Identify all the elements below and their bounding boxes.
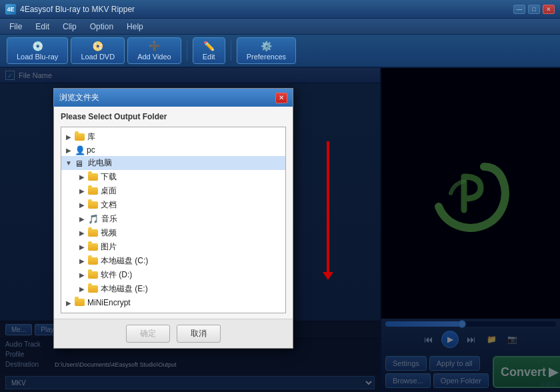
preferences-icon: ⚙️	[261, 41, 272, 51]
disk-icon-d	[88, 270, 98, 281]
preferences-label: Preferences	[247, 53, 286, 61]
tree-label-pc: pc	[87, 145, 95, 155]
title-bar: 4E 4Easysof Blu-ray to MKV Ripper — □ ✕	[0, 0, 560, 19]
dialog-confirm-button[interactable]: 确定	[126, 325, 170, 343]
tree-item-video[interactable]: ▶ 视频	[61, 226, 285, 240]
folder-icon-miniencrypt	[75, 297, 85, 308]
tree-arrow-music: ▶	[77, 215, 87, 224]
load-dvd-button[interactable]: 📀 Load DVD	[71, 37, 125, 64]
add-video-icon: ➕	[149, 41, 160, 51]
tree-arrow-pc: ▶	[64, 145, 73, 155]
tree-arrow-desktop: ▶	[77, 187, 87, 196]
tree-label-pictures: 图片	[101, 241, 117, 253]
dialog-prompt: Please Select Output Folder	[61, 112, 286, 121]
browse-folder-dialog: 浏览文件夹 ✕ Please Select Output Folder ▶ 库	[53, 88, 293, 349]
title-bar-controls: — □ ✕	[513, 5, 555, 14]
menu-edit[interactable]: Edit	[29, 21, 56, 33]
computer-icon: 🖥	[75, 159, 85, 168]
red-arrow-indicator	[327, 141, 329, 275]
tree-item-music[interactable]: ▶ 🎵 音乐	[61, 212, 285, 226]
tree-item-computer[interactable]: ▼ 🖥 此电脑	[61, 156, 285, 170]
tree-label-computer: 此电脑	[88, 157, 112, 169]
music-icon: 🎵	[88, 214, 99, 224]
add-video-button[interactable]: ➕ Add Video	[127, 37, 181, 64]
tree-arrow-ku: ▶	[64, 133, 73, 142]
tree-arrow-disk-c: ▶	[77, 257, 87, 266]
tree-arrow-disk-d: ▶	[77, 271, 87, 280]
toolbar-separator-2	[231, 41, 231, 61]
folder-icon-desktop	[88, 186, 98, 197]
dialog-body: Please Select Output Folder ▶ 库 ▶ 👤	[54, 107, 293, 319]
folder-icon-pictures	[88, 242, 98, 253]
tree-arrow-downloads: ▶	[77, 173, 87, 182]
tree-item-disk-e[interactable]: ▶ 本地磁盘 (E:)	[61, 282, 285, 296]
app-title: 4Easysof Blu-ray to MKV Ripper	[20, 5, 135, 14]
disk-icon-e	[88, 284, 98, 295]
load-bluray-icon: 💿	[32, 41, 43, 51]
folder-icon-documents	[88, 200, 98, 211]
tree-item-documents[interactable]: ▶ 文档	[61, 198, 285, 212]
folder-icon-ku	[75, 132, 85, 143]
preferences-button[interactable]: ⚙️ Preferences	[237, 37, 296, 64]
tree-arrow-disk-e: ▶	[77, 285, 87, 294]
tree-label-ku: 库	[87, 131, 95, 143]
tree-label-disk-d: 软件 (D:)	[101, 269, 132, 281]
edit-icon: ✏️	[203, 41, 215, 51]
tree-label-desktop: 桌面	[101, 185, 117, 197]
tree-item-miniencrypt[interactable]: ▶ MiNiEncrypt	[61, 296, 285, 309]
maximize-button[interactable]: □	[528, 5, 540, 14]
tree-label-miniencrypt: MiNiEncrypt	[87, 298, 131, 307]
tree-label-documents: 文档	[101, 199, 117, 211]
dialog-title-bar: 浏览文件夹 ✕	[54, 89, 293, 107]
tree-item-desktop[interactable]: ▶ 桌面	[61, 184, 285, 198]
menu-bar: File Edit Clip Option Help	[0, 19, 560, 35]
tree-item-disk-d[interactable]: ▶ 软件 (D:)	[61, 268, 285, 282]
tree-label-downloads: 下载	[101, 171, 117, 183]
tree-label-disk-e: 本地磁盘 (E:)	[101, 283, 148, 295]
tree-arrow-video: ▶	[77, 229, 87, 238]
tree-label-video: 视频	[101, 227, 117, 239]
disk-icon-c	[88, 256, 98, 267]
tree-arrow-miniencrypt: ▶	[64, 298, 73, 307]
tree-item-downloads[interactable]: ▶ 下载	[61, 170, 285, 184]
load-dvd-icon: 📀	[92, 41, 103, 51]
toolbar-separator	[187, 41, 187, 61]
edit-label: Edit	[203, 53, 215, 61]
toolbar: 💿 Load Blu-ray 📀 Load DVD ➕ Add Video ✏️…	[0, 35, 560, 68]
dialog-overlay: 浏览文件夹 ✕ Please Select Output Folder ▶ 库	[0, 68, 560, 392]
menu-help[interactable]: Help	[120, 21, 150, 33]
main-area: ✓ File Name Me... Playlist Audio Track P…	[0, 68, 560, 392]
menu-option[interactable]: Option	[83, 21, 120, 33]
dialog-cancel-button[interactable]: 取消	[177, 325, 221, 343]
folder-icon-downloads	[88, 172, 98, 183]
dialog-title: 浏览文件夹	[59, 92, 99, 103]
tree-item-pictures[interactable]: ▶ 图片	[61, 240, 285, 254]
menu-clip[interactable]: Clip	[56, 21, 83, 33]
edit-button[interactable]: ✏️ Edit	[193, 37, 225, 64]
folder-icon-video	[88, 228, 98, 239]
tree-item-ku[interactable]: ▶ 库	[61, 130, 285, 144]
folder-tree[interactable]: ▶ 库 ▶ 👤 pc ▼ 🖥	[61, 127, 286, 313]
title-bar-left: 4E 4Easysof Blu-ray to MKV Ripper	[5, 4, 135, 15]
tree-item-pc[interactable]: ▶ 👤 pc	[61, 144, 285, 156]
folder-tree-scroll[interactable]: ▶ 库 ▶ 👤 pc ▼ 🖥	[61, 127, 285, 313]
tree-arrow-documents: ▶	[77, 201, 87, 210]
add-video-label: Add Video	[137, 53, 171, 61]
dialog-footer: 确定 取消	[54, 319, 293, 348]
tree-label-disk-c: 本地磁盘 (C:)	[101, 255, 148, 267]
tree-item-disk-c[interactable]: ▶ 本地磁盘 (C:)	[61, 254, 285, 268]
tree-arrow-pictures: ▶	[77, 243, 87, 252]
dialog-close-button[interactable]: ✕	[275, 93, 287, 103]
load-bluray-label: Load Blu-ray	[17, 53, 58, 61]
minimize-button[interactable]: —	[513, 5, 525, 14]
person-icon: 👤	[75, 145, 84, 155]
load-dvd-label: Load DVD	[81, 53, 115, 61]
close-button[interactable]: ✕	[543, 5, 555, 14]
load-bluray-button[interactable]: 💿 Load Blu-ray	[7, 37, 68, 64]
app-icon: 4E	[5, 4, 16, 15]
tree-label-music: 音乐	[101, 213, 117, 225]
menu-file[interactable]: File	[3, 21, 29, 33]
tree-arrow-computer: ▼	[64, 159, 73, 168]
